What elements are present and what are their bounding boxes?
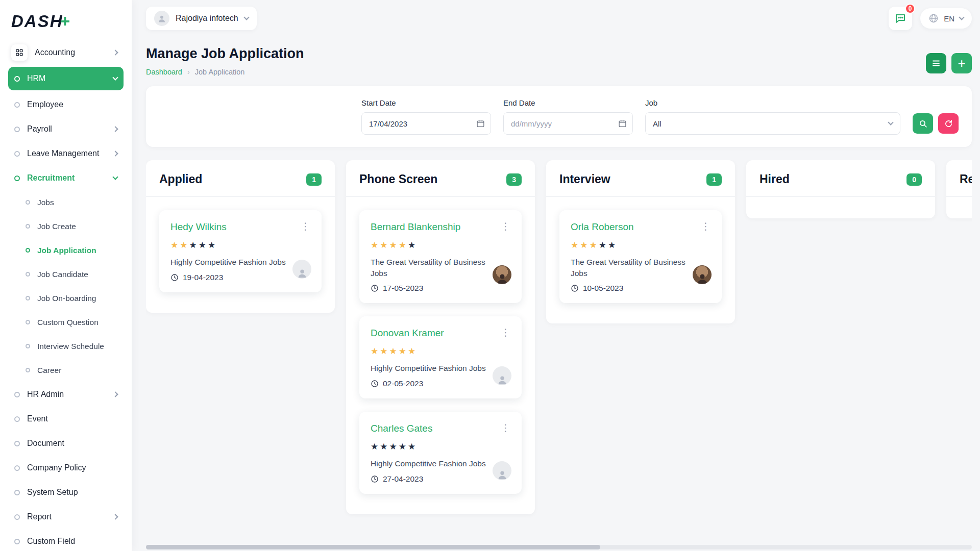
sidebar-item-report[interactable]: Report — [8, 505, 124, 529]
job-title: Highly Competitive Fashion Jobs — [371, 458, 486, 469]
sidebar-item-accounting[interactable]: Accounting — [8, 40, 124, 65]
kebab-menu-icon[interactable]: ⋮ — [500, 221, 511, 231]
breadcrumb-dashboard-link[interactable]: Dashboard — [146, 68, 182, 76]
column-count-badge: 3 — [506, 173, 522, 186]
sidebar-item-custom-field[interactable]: Custom Field — [8, 529, 124, 551]
chevron-right-icon — [112, 151, 118, 156]
language-selector[interactable]: EN — [920, 8, 972, 29]
sidebar-item-company-policy[interactable]: Company Policy — [8, 456, 124, 480]
star-empty-icon: ★ — [380, 442, 387, 451]
sidebar-item-job-create[interactable]: Job Create — [8, 214, 124, 238]
dot-icon — [26, 296, 30, 300]
job-select[interactable]: All — [645, 112, 900, 135]
column-title: Hired — [760, 172, 790, 186]
sidebar-item-career[interactable]: Career — [8, 358, 124, 382]
grid-icon — [11, 44, 28, 61]
dot-icon — [26, 368, 30, 372]
sidebar-item-label: Report — [27, 512, 106, 521]
sidebar-item-hrm[interactable]: HRM — [8, 67, 124, 90]
messages-button[interactable]: 0 — [889, 7, 912, 30]
workspace-avatar — [154, 11, 169, 26]
scrollbar-thumb[interactable] — [146, 545, 600, 549]
chevron-right-icon — [112, 391, 118, 397]
dot-icon — [14, 102, 20, 108]
sidebar-item-label: Job Create — [37, 222, 117, 231]
kanban-column-phone-screen: Phone Screen 3 Bernard Blankenship ⋮ ★★★… — [346, 160, 535, 514]
star-empty-icon: ★ — [599, 241, 606, 249]
breadcrumb: Dashboard › Job Application — [146, 68, 304, 76]
workspace-selector[interactable]: Rajodiya infotech — [146, 7, 257, 30]
calendar-icon[interactable] — [476, 119, 485, 128]
application-card[interactable]: Orla Roberson ⋮ ★★★★★ The Great Versatil… — [559, 210, 722, 303]
star-filled-icon: ★ — [389, 347, 397, 356]
chevron-right-icon — [112, 514, 118, 519]
sidebar-item-leave-management[interactable]: Leave Management — [8, 141, 124, 166]
sidebar-item-label: Payroll — [27, 124, 106, 134]
job-title: The Great Versatility of Business Jobs — [571, 257, 687, 279]
sidebar-item-job-candidate[interactable]: Job Candidate — [8, 262, 124, 286]
kebab-menu-icon[interactable]: ⋮ — [300, 221, 311, 231]
applicant-name-link[interactable]: Bernard Blankenship — [371, 221, 460, 233]
add-application-button[interactable]: + — [951, 53, 972, 73]
star-filled-icon: ★ — [399, 241, 406, 249]
clock-icon — [371, 475, 379, 483]
reset-button[interactable] — [938, 113, 959, 134]
dot-icon — [14, 176, 20, 181]
job-title: The Great Versatility of Business Jobs — [371, 257, 486, 279]
calendar-icon[interactable] — [618, 119, 627, 128]
sidebar-item-recruitment[interactable]: Recruitment — [8, 166, 124, 190]
application-card[interactable]: Charles Gates ⋮ ★★★★★ Highly Competitive… — [359, 412, 522, 494]
hrm-icon — [14, 76, 20, 82]
applicant-name-link[interactable]: Charles Gates — [371, 423, 432, 434]
list-icon — [932, 59, 941, 68]
column-count-badge: 0 — [906, 173, 922, 186]
sidebar-item-jobs[interactable]: Jobs — [8, 190, 124, 214]
kebab-menu-icon[interactable]: ⋮ — [500, 423, 511, 433]
list-view-button[interactable] — [926, 53, 946, 73]
kebab-menu-icon[interactable]: ⋮ — [700, 221, 712, 231]
start-date-input[interactable] — [361, 112, 491, 135]
job-select-value: All — [653, 119, 662, 128]
star-filled-icon: ★ — [590, 241, 597, 249]
sidebar-item-employee[interactable]: Employee — [8, 92, 124, 117]
column-header: Rejected — [946, 160, 972, 197]
sidebar-item-custom-question[interactable]: Custom Question — [8, 310, 124, 334]
kebab-menu-icon[interactable]: ⋮ — [500, 328, 511, 337]
kanban-board: Applied 1 Hedy Wilkins ⋮ ★★★★★ Highly Co… — [146, 160, 972, 536]
avatar-placeholder — [292, 260, 311, 279]
applicant-name-link[interactable]: Donovan Kramer — [371, 328, 444, 339]
sidebar-item-hr-admin[interactable]: HR Admin — [8, 382, 124, 407]
breadcrumb-current: Job Application — [195, 68, 245, 76]
sidebar-item-label: Custom Field — [27, 537, 117, 546]
application-date: 27-04-2023 — [383, 474, 423, 484]
sidebar-item-payroll[interactable]: Payroll — [8, 117, 124, 141]
column-header: Phone Screen 3 — [346, 160, 535, 197]
search-button[interactable] — [913, 113, 933, 134]
applicant-name-link[interactable]: Hedy Wilkins — [170, 221, 227, 233]
clock-icon — [371, 284, 379, 292]
job-title: Highly Competitive Fashion Jobs — [371, 363, 486, 374]
end-date-input[interactable] — [503, 112, 633, 135]
application-card[interactable]: Bernard Blankenship ⋮ ★★★★★ The Great Ve… — [359, 210, 522, 303]
application-card[interactable]: Donovan Kramer ⋮ ★★★★★ Highly Competitiv… — [359, 316, 522, 398]
sidebar-item-job-onboarding[interactable]: Job On-boarding — [8, 286, 124, 310]
star-filled-icon: ★ — [408, 347, 415, 356]
chevron-right-icon — [112, 49, 118, 55]
sidebar-item-interview-schedule[interactable]: Interview Schedule — [8, 334, 124, 358]
sidebar-item-event[interactable]: Event — [8, 407, 124, 431]
sidebar-item-job-application[interactable]: Job Application — [8, 238, 124, 262]
empty-card-list — [946, 197, 972, 218]
sidebar-item-system-setup[interactable]: System Setup — [8, 480, 124, 505]
application-card[interactable]: Hedy Wilkins ⋮ ★★★★★ Highly Competitive … — [159, 210, 322, 292]
applicant-name-link[interactable]: Orla Roberson — [571, 221, 634, 233]
horizontal-scrollbar — [146, 545, 972, 549]
application-date: 10-05-2023 — [583, 284, 623, 293]
breadcrumb-separator: › — [187, 68, 190, 76]
sidebar-item-label: Job On-boarding — [37, 294, 117, 303]
sidebar-item-label: Interview Schedule — [37, 342, 117, 351]
star-empty-icon: ★ — [371, 442, 378, 451]
rating-stars: ★★★★★ — [170, 241, 311, 249]
sidebar-item-document[interactable]: Document — [8, 431, 124, 456]
star-filled-icon: ★ — [389, 241, 397, 249]
star-empty-icon: ★ — [199, 241, 206, 249]
